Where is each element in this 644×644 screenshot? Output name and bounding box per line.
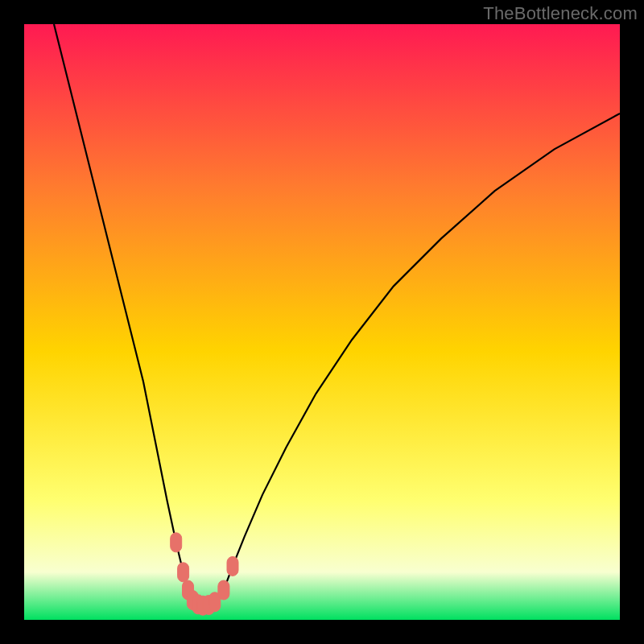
curve-marker: [218, 580, 229, 600]
bottleneck-plot: [24, 24, 620, 620]
watermark-text: TheBottleneck.com: [483, 3, 638, 24]
curve-marker: [178, 563, 189, 582]
gradient-background: [24, 24, 620, 620]
curve-marker: [227, 556, 238, 576]
curve-marker: [171, 533, 182, 552]
chart-frame: [24, 24, 620, 620]
